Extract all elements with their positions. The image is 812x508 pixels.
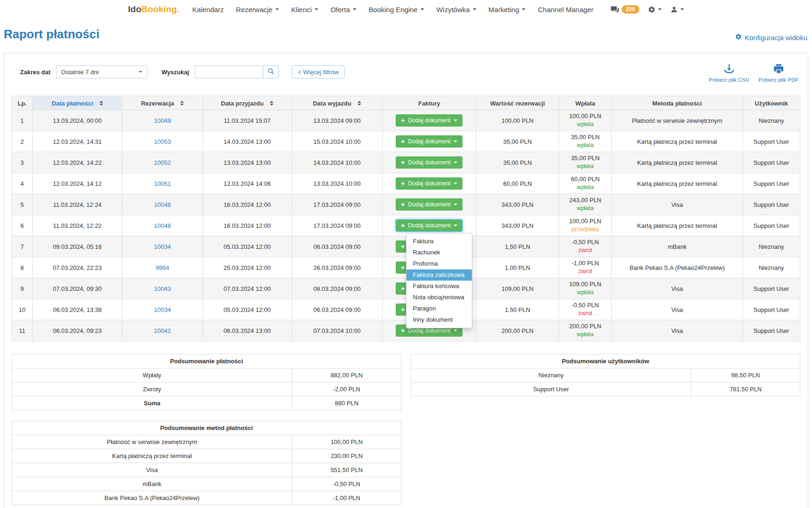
add-document-button[interactable]: +Dodaj dokument (396, 156, 462, 169)
payment-cell: -1,00 PLNzwrot (559, 257, 612, 278)
nav-item-marketing[interactable]: Marketing (489, 6, 526, 14)
payment-type-label: przedpłata (562, 226, 609, 233)
add-document-button[interactable]: +Dodaj dokument (396, 135, 462, 148)
column-header-data-płatności[interactable]: Data płatności (32, 96, 122, 110)
messages-button[interactable]: 225 (610, 5, 639, 14)
payment-type-label: wpłata (562, 183, 609, 191)
nav-item-kalendarz[interactable]: Kalendarz (192, 6, 224, 14)
summary-label: Wpłaty (12, 368, 292, 382)
add-document-button[interactable]: +Dodaj dokument (396, 177, 462, 190)
add-document-button[interactable]: +Dodaj dokument (396, 198, 462, 211)
nav-item-label: Oferta (330, 6, 350, 14)
reservation-link[interactable]: 10049 (154, 117, 171, 124)
date-range-label: Zakres dat (20, 69, 50, 76)
summary-value: -0,50 PLN (292, 477, 401, 491)
download-buttons: Pobierz plik CSV Pobierz plik PDF (709, 62, 798, 83)
user-icon (670, 6, 678, 14)
sort-icon (99, 101, 103, 106)
arrival-date-cell: 16.03.2024 12:00 (203, 194, 292, 215)
add-document-menu: FakturaRachunekProformaFaktura zaliczkow… (406, 233, 472, 328)
add-document-button[interactable]: +Dodaj dokument (396, 219, 462, 232)
search-icon (267, 68, 274, 76)
row-number: 9 (12, 278, 33, 299)
add-document-button[interactable]: +Dodaj dokument (396, 114, 462, 127)
summary-row: mBank-0,50 PLN (12, 477, 401, 491)
payment-cell: -0,50 PLNzwrot (559, 236, 612, 257)
nav-item-label: Klienci (291, 6, 312, 14)
nav-item-klienci[interactable]: Klienci (291, 6, 318, 14)
menu-item-faktura[interactable]: Faktura (406, 236, 472, 247)
reservation-link[interactable]: 10051 (154, 180, 171, 187)
departure-date-cell: 06.03.2024 09:00 (292, 299, 382, 320)
payments-table-container: Lp.Data płatnościRezerwacjaData przyjazd… (4, 96, 808, 341)
chevron-down-icon (454, 120, 457, 121)
row-number: 10 (12, 299, 33, 320)
nav-item-label: Rezerwacje (236, 6, 273, 14)
view-configuration-link[interactable]: Konfiguracja widoku (735, 33, 807, 42)
column-header-rezerwacja[interactable]: Rezerwacja (122, 96, 203, 110)
search-button[interactable] (263, 65, 279, 78)
nav-item-rezerwacje[interactable]: Rezerwacje (236, 6, 279, 14)
menu-item-rachunek[interactable]: Rachunek (406, 247, 472, 258)
payment-method-cell: Visa (612, 278, 742, 299)
payment-date-cell: 07.03.2024, 09:30 (32, 278, 122, 299)
menu-item-faktura-końcowa[interactable]: Faktura końcowa (406, 281, 472, 292)
payment-cell: 100,00 PLNprzedpłata (559, 215, 612, 236)
nav-item-booking-engine[interactable]: Booking Engine (369, 6, 424, 14)
menu-item-paragon[interactable]: Paragon (406, 303, 472, 314)
reservation-link[interactable]: 10048 (154, 201, 171, 208)
more-filters-button[interactable]: < Więcej filtrów (292, 65, 345, 78)
payment-date-cell: 11.03.2024, 12:22 (32, 215, 122, 236)
payment-cell: 35,00 PLNwpłata (559, 131, 612, 152)
reservation-cell: 10034 (122, 236, 203, 257)
add-document-label: Dodaj dokument (408, 201, 450, 208)
add-document-label: Dodaj dokument (408, 222, 450, 229)
reservation-link[interactable]: 9984 (156, 264, 169, 271)
reservation-cell: 10042 (122, 320, 203, 341)
menu-item-proforma[interactable]: Proforma (406, 258, 472, 269)
payment-date-cell: 06.03.2024, 09:23 (32, 320, 122, 341)
messages-badge: 225 (622, 5, 639, 14)
search-input[interactable] (195, 65, 263, 78)
table-body: 113.03.2024, 00:001004911.03.2024 15:071… (12, 110, 800, 341)
payment-cell: 200,00 PLNwpłata (559, 320, 612, 341)
payment-method-cell: Kartą płatniczą przez terminal (612, 173, 742, 194)
menu-item-faktura-zaliczkowa[interactable]: Faktura zaliczkowa (406, 269, 472, 281)
nav-item-label: Marketing (489, 6, 519, 14)
download-pdf-button[interactable]: Pobierz plik PDF (758, 62, 798, 83)
payment-method-cell: Kartą płatniczą przez terminal (612, 215, 742, 236)
menu-item-nota-obciążeniowa[interactable]: Nota obciążeniowa (406, 292, 472, 303)
column-header-data-przyjazdu[interactable]: Data przyjazdu (203, 96, 292, 110)
summary-title: Podsumowanie metod płatności (12, 421, 401, 435)
summary-table-users: Podsumowanie użytkownikówNieznany98,50 P… (411, 354, 800, 396)
reservation-value-cell: 109,00 PLN (476, 278, 559, 299)
reservation-value-cell: 100,00 PLN (476, 110, 559, 131)
reservation-value-cell: 343,00 PLN (476, 215, 559, 236)
nav-item-channel-manager[interactable]: Channel Manager (538, 6, 593, 14)
reservation-link[interactable]: 10043 (154, 285, 171, 292)
reservation-link[interactable]: 10034 (154, 243, 171, 250)
plus-icon: + (401, 307, 405, 312)
reservation-link[interactable]: 10052 (154, 159, 171, 166)
logo-text-booking: Booking. (141, 4, 179, 14)
reservation-link[interactable]: 10048 (154, 222, 171, 229)
column-header-data-wyjazdu[interactable]: Data wyjazdu (292, 96, 382, 110)
user-cell: Support User (742, 299, 800, 320)
departure-date-cell: 26.03.2024 09:00 (292, 257, 382, 278)
payment-amount: 60,00 PLN (562, 176, 609, 183)
config-link-label: Konfiguracja widoku (745, 34, 807, 42)
reservation-link[interactable]: 10042 (154, 327, 171, 334)
download-csv-button[interactable]: Pobierz plik CSV (709, 62, 749, 83)
reservation-link[interactable]: 10034 (154, 306, 171, 313)
plus-icon: + (401, 328, 405, 333)
settings-menu[interactable] (648, 6, 662, 14)
nav-item-wizytówka[interactable]: Wizytówka (436, 6, 476, 14)
nav-item-oferta[interactable]: Oferta (330, 6, 357, 14)
account-menu[interactable] (670, 6, 684, 14)
date-range-select[interactable]: Ostatnie 7 dni (56, 65, 147, 78)
logo[interactable]: IdoBooking. (128, 4, 179, 14)
payment-method-cell: Visa (612, 194, 742, 215)
reservation-link[interactable]: 10053 (154, 138, 171, 145)
menu-item-inny-dokument[interactable]: Inny dokument (406, 314, 472, 325)
column-header-label: Rezerwacja (141, 100, 174, 107)
